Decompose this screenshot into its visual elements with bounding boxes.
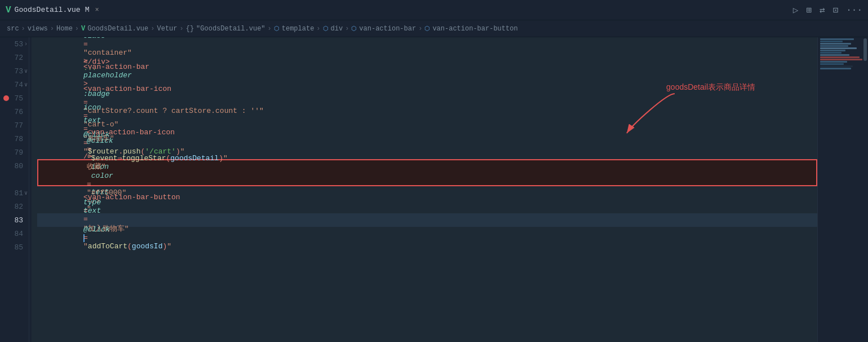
breadcrumb-component-icon-4: ⬡: [424, 25, 430, 32]
scrollbar[interactable]: [862, 37, 868, 342]
minimap-line-4: [820, 45, 848, 47]
line-num-53: 53 ›: [0, 37, 29, 51]
editor-main[interactable]: <div class = "container" > ··· </div>: [32, 37, 868, 342]
minimap-line-11: [820, 61, 847, 63]
minimap-content: [818, 37, 862, 71]
code-content[interactable]: <div class = "container" > ··· </div>: [32, 37, 817, 342]
breadcrumb-views[interactable]: views: [28, 25, 48, 33]
line-num-80b: 80: [0, 173, 29, 186]
breadcrumb-component-icon-1: ⬡: [274, 25, 280, 32]
tab-modified-indicator: M: [85, 6, 90, 14]
code-line-75: :badge = "cartStore?.count ? cartStore.c…: [37, 91, 817, 105]
minimap-line-3: [820, 43, 851, 45]
breadcrumb-sep-2: ›: [50, 25, 54, 33]
line-num-75: 75: [0, 91, 29, 105]
fold-arrow-81[interactable]: ∨: [24, 190, 28, 196]
line-num-72: 72: [0, 51, 29, 64]
minimap-line-14: [820, 68, 851, 69]
breadcrumb: src › views › Home › V GoodsDetail.vue ›…: [0, 20, 868, 37]
layout-icon[interactable]: ⊡: [833, 5, 839, 16]
minimap-line-8: [820, 54, 849, 56]
line-num-82: 82: [0, 200, 29, 213]
line-num-80: 80: [0, 159, 29, 173]
minimap-line-13: [820, 65, 853, 67]
breadcrumb-sep-7: ›: [316, 25, 320, 33]
breadcrumb-quoted-file[interactable]: "GoodsDetail.vue": [196, 25, 265, 33]
breadcrumb-curly-icon: {}: [186, 25, 194, 33]
minimap-line-2: [820, 41, 843, 42]
breadcrumb-goodsdetail[interactable]: GoodsDetail.vue: [87, 25, 148, 33]
editor-area: 53 › 72 73 ∨ 74 ∨ 75 76 77 7: [0, 37, 868, 342]
breadcrumb-sep-6: ›: [268, 25, 272, 33]
breadcrumb-sep-4: ›: [150, 25, 154, 33]
breadcrumb-component-icon-3: ⬡: [351, 25, 357, 32]
debug-icon[interactable]: ⊞: [806, 5, 812, 16]
line-num-79: 79: [0, 146, 29, 159]
minimap-line-1: [820, 38, 854, 40]
code-line-81: <van-action-bar-button: [37, 186, 817, 200]
code-line-84: @click = "addToCart(goodsId)": [37, 227, 817, 240]
breadcrumb-sep-5: ›: [180, 25, 184, 33]
breadcrumb-sep-3: ›: [75, 25, 79, 33]
breadcrumb-sep-9: ›: [418, 25, 422, 33]
vue-logo-icon: V: [6, 5, 11, 15]
split-icon[interactable]: ⇄: [820, 5, 825, 16]
breakpoint-75[interactable]: [3, 95, 9, 101]
line-num-84: 84: [0, 227, 29, 240]
line-num-74: 74 ∨: [0, 78, 29, 91]
breadcrumb-vue-icon: V: [81, 25, 85, 33]
line-num-83: 83: [0, 213, 29, 227]
scrollbar-thumb[interactable]: [863, 38, 867, 61]
fold-arrow-53[interactable]: ›: [24, 41, 28, 47]
run-icon[interactable]: ▷: [793, 5, 799, 16]
breadcrumb-sep-1: ›: [21, 25, 25, 33]
line-num-73: 73 ∨: [0, 64, 29, 78]
more-icon[interactable]: ···: [846, 5, 862, 15]
line-num-76: 76: [0, 105, 29, 119]
tab-group: V GoodsDetail.vue M ×: [6, 5, 789, 15]
tab-close-button[interactable]: ×: [95, 6, 99, 14]
breadcrumb-src[interactable]: src: [7, 25, 19, 33]
code-line-72: </div>: [37, 51, 817, 64]
minimap-line-5: [820, 47, 857, 49]
line-numbers-gutter: 53 › 72 73 ∨ 74 ∨ 75 76 77 7: [0, 37, 29, 342]
breadcrumb-component-icon-2: ⬡: [323, 25, 329, 32]
breadcrumb-van-action-bar[interactable]: van-action-bar: [359, 25, 416, 33]
breadcrumb-sep-8: ›: [345, 25, 349, 33]
fold-arrow-73[interactable]: ∨: [24, 68, 28, 74]
minimap-line-10: [820, 59, 862, 60]
breadcrumb-home[interactable]: Home: [56, 25, 73, 33]
breadcrumb-van-action-bar-button[interactable]: van-action-bar-button: [432, 25, 517, 33]
toolbar-icons: ▷ ⊞ ⇄ ⊡ ···: [793, 5, 862, 16]
line-num-85: 85: [0, 240, 29, 254]
code-line-85: [37, 240, 817, 254]
tab-filename[interactable]: GoodsDetail.vue: [15, 6, 81, 14]
title-bar: V GoodsDetail.vue M × ▷ ⊞ ⇄ ⊡ ···: [0, 0, 868, 20]
minimap-line-9: [820, 56, 860, 58]
line-num-77: 77: [0, 119, 29, 132]
fold-arrow-74[interactable]: ∨: [24, 81, 28, 88]
line-num-78: 78: [0, 132, 29, 146]
minimap-line-7: [820, 52, 842, 54]
minimap-line-6: [820, 50, 845, 51]
breadcrumb-div[interactable]: div: [331, 25, 343, 33]
line-num-81: 81 ∨: [0, 186, 29, 200]
breadcrumb-vetur[interactable]: Vetur: [157, 25, 177, 33]
code-line-53: <div class = "container" > ···: [37, 37, 817, 51]
minimap-line-12: [820, 63, 844, 65]
minimap: [817, 37, 862, 342]
breadcrumb-template[interactable]: template: [282, 25, 315, 33]
code-line-80: <van-action-bar-icon @click = "$event⇒to…: [37, 159, 817, 173]
